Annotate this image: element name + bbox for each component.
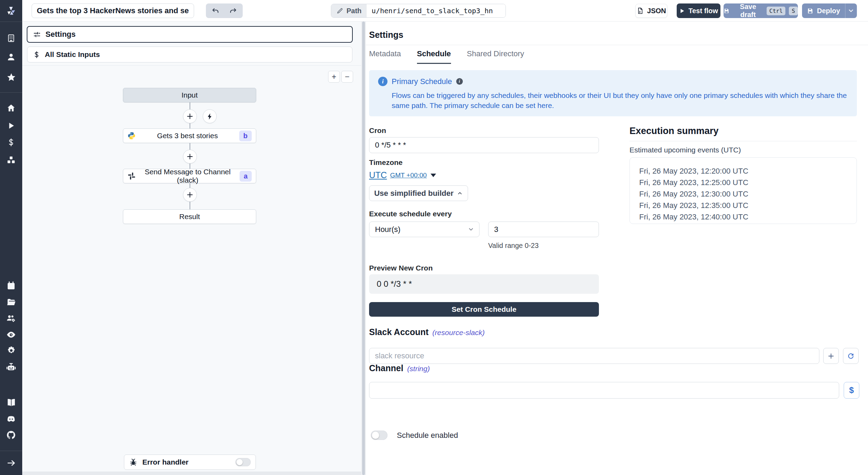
interval-unit-select[interactable]: Hour(s) bbox=[369, 222, 479, 237]
channel-input[interactable] bbox=[369, 382, 839, 399]
dollar-sign-icon[interactable] bbox=[0, 135, 22, 149]
add-step-button[interactable] bbox=[183, 109, 197, 123]
plus-icon bbox=[186, 112, 194, 120]
panel-separator bbox=[629, 141, 857, 141]
sidebar-divider bbox=[0, 451, 22, 451]
timezone-select[interactable]: UTC GMT +00:00 bbox=[369, 170, 436, 180]
flow-title-input[interactable] bbox=[32, 3, 194, 18]
bug-icon bbox=[129, 458, 137, 466]
sidebar-divider bbox=[0, 22, 22, 22]
save-icon bbox=[807, 8, 813, 14]
flow-settings-label: Settings bbox=[45, 30, 76, 39]
path-input[interactable] bbox=[367, 4, 506, 17]
interval-value-input[interactable] bbox=[488, 222, 599, 237]
robot-icon[interactable] bbox=[0, 360, 22, 374]
undo-button[interactable] bbox=[208, 5, 224, 17]
horizontal-scrollbar[interactable] bbox=[22, 472, 361, 475]
all-static-inputs-row[interactable]: All Static Inputs bbox=[27, 47, 352, 62]
python-icon bbox=[127, 132, 136, 140]
error-handler-toggle[interactable] bbox=[235, 458, 251, 466]
flow-editor-panel: Settings All Static Inputs + − Input bbox=[22, 22, 361, 475]
sidebar-divider bbox=[0, 92, 22, 93]
info-icon: i bbox=[378, 77, 387, 86]
deploy-dropdown-button[interactable] bbox=[845, 3, 857, 18]
interval-unit-value: Hour(s) bbox=[375, 225, 400, 234]
plus-icon bbox=[186, 191, 194, 199]
caret-down-icon bbox=[431, 174, 436, 177]
panel-resize-scrollbar[interactable] bbox=[361, 22, 366, 475]
chevron-down-icon bbox=[468, 226, 474, 233]
discord-icon[interactable] bbox=[0, 412, 22, 426]
add-step-button[interactable] bbox=[183, 188, 197, 202]
add-resource-button[interactable] bbox=[823, 348, 839, 364]
tab-schedule[interactable]: Schedule bbox=[417, 49, 451, 64]
tab-shared-directory[interactable]: Shared Directory bbox=[467, 49, 524, 64]
preview-cron-label: Preview New Cron bbox=[369, 264, 433, 272]
tab-metadata[interactable]: Metadata bbox=[369, 49, 401, 64]
eye-icon[interactable] bbox=[0, 328, 22, 342]
schedule-enabled-toggle[interactable] bbox=[371, 431, 387, 440]
settings-tabs: Metadata Schedule Shared Directory bbox=[369, 49, 524, 64]
zoom-in-button[interactable]: + bbox=[328, 71, 340, 83]
slack-icon bbox=[127, 172, 136, 180]
kbd-s: S bbox=[789, 7, 798, 15]
valid-range-hint: Valid range 0-23 bbox=[488, 242, 539, 250]
all-static-inputs-label: All Static Inputs bbox=[45, 50, 100, 59]
history-group bbox=[206, 3, 243, 18]
test-flow-button[interactable]: Test flow bbox=[677, 3, 720, 18]
timezone-offset: GMT +00:00 bbox=[390, 172, 427, 179]
preview-cron-value: 0 0 */3 * * bbox=[369, 274, 599, 294]
insert-variable-button[interactable]: $ bbox=[844, 382, 859, 399]
event-item: Fri, 26 May 2023, 12:30:00 UTC bbox=[639, 188, 857, 200]
sliders-icon bbox=[33, 31, 41, 39]
folder-open-icon[interactable] bbox=[0, 295, 22, 309]
arrow-right-icon[interactable] bbox=[0, 456, 22, 470]
cron-input[interactable] bbox=[369, 137, 599, 153]
json-button[interactable]: JSON bbox=[635, 4, 667, 18]
schedule-enabled-label: Schedule enabled bbox=[397, 431, 458, 440]
channel-label: Channel (string) bbox=[369, 363, 430, 373]
github-icon[interactable] bbox=[0, 428, 22, 442]
refresh-icon bbox=[847, 352, 854, 360]
error-handler-row[interactable]: Error handler bbox=[124, 455, 256, 470]
save-draft-button[interactable]: Save draft CtrlS bbox=[724, 3, 798, 18]
user-icon[interactable] bbox=[0, 50, 22, 64]
infobox-body: Flows can be triggered by any schedules,… bbox=[392, 90, 848, 110]
dollar-sign-icon bbox=[33, 51, 40, 58]
simplified-builder-toggle[interactable]: Use simplified builder bbox=[369, 185, 468, 201]
play-icon[interactable] bbox=[0, 119, 22, 133]
step-id-badge: b bbox=[239, 131, 252, 141]
add-trigger-button[interactable] bbox=[203, 109, 217, 123]
building-icon[interactable] bbox=[0, 31, 22, 45]
step-node-b-label: Gets 3 best stories bbox=[136, 132, 239, 140]
path-label: Path bbox=[331, 4, 367, 17]
redo-button[interactable] bbox=[225, 5, 241, 17]
resource-type-label: (resource-slack) bbox=[432, 328, 485, 337]
lightning-icon bbox=[206, 113, 214, 120]
result-node[interactable]: Result bbox=[123, 209, 256, 224]
add-step-button[interactable] bbox=[183, 150, 197, 164]
zoom-out-button[interactable]: − bbox=[341, 71, 353, 83]
error-handler-label: Error handler bbox=[142, 458, 231, 466]
home-icon[interactable] bbox=[0, 101, 22, 115]
path-field: Path bbox=[331, 4, 506, 18]
input-node[interactable]: Input bbox=[123, 88, 256, 102]
main-area: Path JSON Test flow Save draft CtrlS bbox=[22, 0, 868, 475]
step-node-a[interactable]: Send Message to Channel (slack) a bbox=[123, 169, 256, 183]
gear-icon[interactable] bbox=[0, 343, 22, 357]
deploy-button[interactable]: Deploy bbox=[802, 3, 845, 18]
execute-every-label: Execute schedule every bbox=[369, 210, 452, 218]
refresh-button[interactable] bbox=[843, 348, 859, 364]
flow-settings-row[interactable]: Settings bbox=[27, 26, 353, 43]
users-gear-icon[interactable] bbox=[0, 311, 22, 325]
boxes-icon[interactable] bbox=[0, 153, 22, 167]
slack-resource-input[interactable] bbox=[369, 348, 819, 364]
star-icon[interactable] bbox=[0, 70, 22, 84]
info-icon[interactable]: i bbox=[456, 78, 463, 85]
book-icon[interactable] bbox=[0, 395, 22, 409]
windmill-logo-icon[interactable] bbox=[0, 0, 22, 22]
calendar-icon[interactable] bbox=[0, 279, 22, 293]
step-node-b[interactable]: Gets 3 best stories b bbox=[123, 128, 256, 143]
set-cron-schedule-button[interactable]: Set Cron Schedule bbox=[369, 302, 599, 317]
event-item: Fri, 26 May 2023, 12:35:00 UTC bbox=[639, 200, 857, 211]
